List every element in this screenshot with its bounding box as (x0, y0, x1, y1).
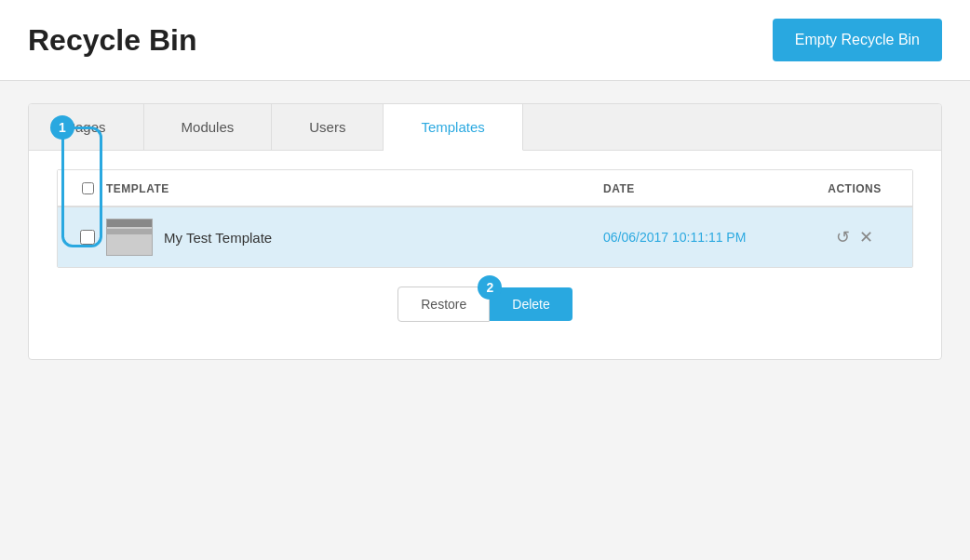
template-thumbnail (106, 219, 153, 256)
tab-content-templates: 1 TEMPLATE DATE ACTIONS (29, 151, 941, 359)
templates-table: 1 TEMPLATE DATE ACTIONS (57, 169, 913, 268)
restore-icon[interactable]: ↺ (836, 229, 850, 246)
delete-icon[interactable]: ✕ (859, 229, 873, 246)
footer-actions: Restore 2 Delete (57, 287, 913, 340)
date-column-label: DATE (603, 182, 635, 195)
header-checkbox-group: 1 (69, 182, 106, 194)
table-header-row: 1 TEMPLATE DATE ACTIONS (58, 170, 912, 207)
template-column-label: TEMPLATE (106, 182, 169, 195)
delete-btn-wrapper: 2 Delete (490, 287, 572, 321)
page-header: Recycle Bin Empty Recycle Bin (0, 0, 970, 81)
row-actions: ↺ ✕ (808, 229, 901, 246)
tab-pages[interactable]: Pages (29, 104, 144, 150)
row-checkbox[interactable] (80, 230, 95, 245)
tab-templates[interactable]: Templates (384, 104, 522, 151)
select-all-checkbox[interactable] (82, 182, 94, 194)
empty-recycle-bin-button[interactable]: Empty Recycle Bin (773, 19, 942, 61)
row-checkbox-group (69, 230, 106, 245)
template-col-header: TEMPLATE (106, 180, 603, 196)
page-title: Recycle Bin (28, 23, 196, 58)
tab-modules[interactable]: Modules (144, 104, 273, 150)
main-content: Pages Modules Users Templates 1 TEMPLATE (0, 81, 970, 382)
restore-button[interactable]: Restore (397, 287, 490, 322)
template-name: My Test Template (164, 230, 272, 246)
tab-users[interactable]: Users (272, 104, 384, 150)
content-card: Pages Modules Users Templates 1 TEMPLATE (28, 103, 942, 360)
table-row: My Test Template 06/06/2017 10:11:11 PM … (58, 207, 912, 267)
step-badge-1: 1 (50, 115, 74, 140)
date-col-header: DATE (603, 180, 808, 196)
actions-col-header: ACTIONS (808, 180, 901, 196)
template-date: 06/06/2017 10:11:11 PM (603, 230, 808, 245)
actions-column-label: ACTIONS (828, 182, 882, 195)
delete-button[interactable]: Delete (490, 287, 572, 321)
tab-bar: Pages Modules Users Templates (29, 104, 941, 151)
